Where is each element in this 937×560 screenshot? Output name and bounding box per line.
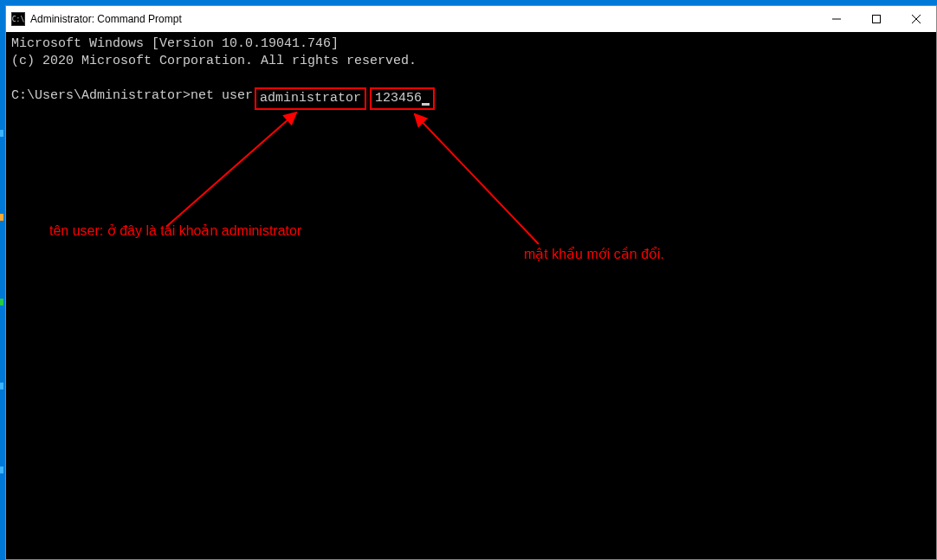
minimize-button[interactable]: [817, 6, 856, 32]
version-line: Microsoft Windows [Version 10.0.19041.74…: [11, 35, 931, 53]
arrow-right: [415, 114, 539, 244]
highlight-username: administrator: [255, 87, 366, 110]
annotation-left-label: tên user: ở đây là tài khoản administrat…: [49, 222, 301, 240]
prompt-text: C:\Users\Administrator>: [11, 87, 191, 110]
password-value: 123456: [375, 91, 422, 106]
cmd-icon: C:\: [11, 12, 25, 26]
annotation-arrows: [6, 32, 936, 559]
titlebar[interactable]: C:\ Administrator: Command Prompt: [6, 6, 936, 32]
command-line: C:\Users\Administrator>net user administ…: [11, 87, 931, 110]
close-button[interactable]: [896, 6, 936, 32]
window-controls: [817, 6, 936, 32]
command-netuser: net user: [191, 87, 253, 110]
arrow-left: [166, 113, 296, 227]
cmd-window: C:\ Administrator: Command Prompt Micros…: [5, 5, 937, 560]
highlight-password: 123456: [370, 87, 435, 110]
maximize-button[interactable]: [856, 6, 896, 32]
username-value: administrator: [260, 91, 361, 106]
terminal-area[interactable]: Microsoft Windows [Version 10.0.19041.74…: [6, 32, 936, 559]
annotation-right-label: mật khẩu mới cần đổi.: [524, 246, 664, 263]
svg-rect-1: [873, 16, 881, 23]
annotation-layer: tên user: ở đây là tài khoản administrat…: [6, 32, 936, 559]
window-title: Administrator: Command Prompt: [30, 13, 182, 25]
cursor: [422, 103, 430, 106]
copyright-line: (c) 2020 Microsoft Corporation. All righ…: [11, 53, 931, 70]
